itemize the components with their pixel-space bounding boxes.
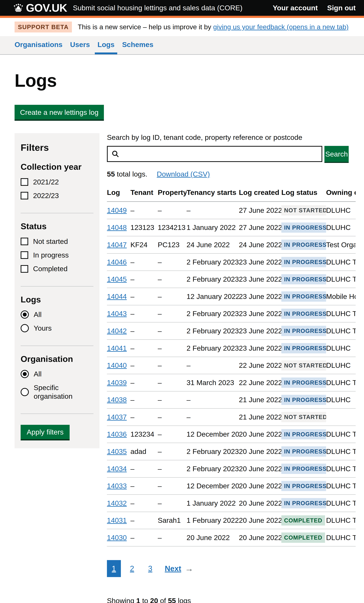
checkbox-box-completed[interactable] [21,265,28,273]
service-name[interactable]: Submit social housing lettings and sales… [73,4,242,12]
log-id-link[interactable]: 14049 [107,206,127,214]
column-header-log-status: Log status [281,185,326,202]
radio-specific-organisation[interactable]: Specific organisation [21,383,94,401]
search-input[interactable] [107,146,322,162]
log-id-link[interactable]: 14043 [107,310,127,318]
log-id-link[interactable]: 14039 [107,379,127,387]
pagination-page-2[interactable]: 2 [125,560,139,577]
log-id-link[interactable]: 14040 [107,361,127,369]
download-csv-link[interactable]: Download (CSV) [157,170,210,178]
radio-label: Specific organisation [34,383,94,401]
owning-organisation-cell: DLUHC [326,219,356,236]
property-cell: – [158,477,187,495]
tenant-cell: – [130,374,158,391]
nav-item-organisations[interactable]: Organisations [12,36,65,54]
log-created-cell: 23 June 2022 [239,340,281,357]
checkbox-label: Completed [33,265,68,273]
log-id-link[interactable]: 14032 [107,499,127,507]
log-created-cell: 20 June 2022 [239,529,281,546]
nav-item-schemes[interactable]: Schemes [119,36,156,54]
create-lettings-log-button[interactable]: Create a new lettings log [14,105,104,119]
tenant-cell: adad [130,443,158,460]
govuk-logo[interactable]: GOV.UK [13,1,67,14]
log-created-cell: 20 June 2022 [239,460,281,477]
log-id-link[interactable]: 14036 [107,430,127,438]
log-id-link[interactable]: 14035 [107,447,127,455]
property-cell: – [158,391,187,409]
checkbox-box-2022-23[interactable] [21,192,28,199]
property-cell: – [158,340,187,357]
checkbox-box-in-progress[interactable] [21,251,28,259]
log-id-link[interactable]: 14048 [107,223,127,232]
showing-to: 20 [150,597,158,603]
log-id-link[interactable]: 14033 [107,482,127,490]
apply-filters-button[interactable]: Apply filters [21,425,70,439]
nav-item-logs[interactable]: Logs [95,36,117,54]
log-status-cell: NOT STARTED [281,357,326,374]
radio-button-logs-all[interactable] [21,311,29,319]
checkbox-box-not-started[interactable] [21,238,28,245]
log-created-cell: 23 June 2022 [239,322,281,340]
next-arrow-icon: → [185,563,193,574]
log-created-cell: 20 June 2022 [239,426,281,443]
owning-organisation-cell: Test Organisation [326,236,356,254]
radio-label: All [34,310,42,319]
total-logs-suffix: total logs. [115,170,147,178]
checkbox-in-progress[interactable]: In progress [21,251,94,259]
tenant-cell: – [130,254,158,271]
log-id-link[interactable]: 14044 [107,292,127,301]
log-id-link[interactable]: 14046 [107,258,127,266]
radio-organisation-all[interactable]: All [21,370,94,378]
results-section: Search by log ID, tenant code, property … [107,133,356,603]
log-id-link[interactable]: 14037 [107,413,127,421]
checkbox-2021-22[interactable]: 2021/22 [21,178,94,186]
status-badge: IN PROGRESS [281,291,326,302]
log-id-link[interactable]: 14031 [107,516,127,524]
filters-panel: Filters Collection year 2021/22 2022/23 … [14,133,99,448]
checkbox-completed[interactable]: Completed [21,265,94,273]
status-badge: IN PROGRESS [281,343,326,353]
owning-organisation-cell: DLUHC Test [326,512,356,529]
showing-suffix: logs [176,597,191,603]
checkbox-not-started[interactable]: Not started [21,237,94,246]
checkbox-box-2021-22[interactable] [21,178,28,186]
tenant-cell: – [130,391,158,409]
checkbox-2022-23[interactable]: 2022/23 [21,191,94,200]
log-id-link[interactable]: 14038 [107,396,127,404]
table-row: 14039 – – 31 March 2023 22 June 2022 IN … [107,374,356,391]
checkbox-label: In progress [33,251,69,259]
search-icon [111,150,119,158]
your-account-link[interactable]: Your account [273,4,318,12]
table-row: 14042 – – 2 February 2023 23 June 2022 I… [107,322,356,340]
log-id-link[interactable]: 14030 [107,533,127,542]
tenant-cell: – [130,305,158,323]
status-badge: IN PROGRESS [281,257,326,267]
owning-organisation-cell: DLUHC Test [326,374,356,391]
radio-button-logs-yours[interactable] [21,324,29,332]
log-id-link[interactable]: 14047 [107,241,127,249]
log-id-link[interactable]: 14042 [107,327,127,335]
search-button[interactable]: Search [324,146,349,162]
pagination-page-1-current[interactable]: 1 [107,560,121,577]
pagination-next-link[interactable]: Next [165,564,181,573]
pagination-page-3[interactable]: 3 [143,560,157,577]
nav-item-users[interactable]: Users [67,36,93,54]
owning-organisation-cell [326,408,356,426]
log-id-link[interactable]: 14045 [107,275,127,283]
radio-button-specific-organisation[interactable] [21,388,29,396]
showing-prefix: Showing [107,597,136,603]
table-header-row: Log Tenant Property Tenancy starts Log c… [107,185,356,202]
feedback-link[interactable]: giving us your feedback (opens in a new … [213,23,349,31]
radio-button-organisation-all[interactable] [21,370,29,378]
tenant-cell: – [130,512,158,529]
page-title: Logs [14,70,356,92]
radio-logs-yours[interactable]: Yours [21,324,94,332]
radio-logs-all[interactable]: All [21,310,94,319]
log-id-link[interactable]: 14034 [107,465,127,473]
property-cell: – [158,305,187,323]
sign-out-link[interactable]: Sign out [327,4,356,12]
tenancy-starts-cell: 2 February 2023 [187,460,239,477]
status-badge: COMPLETED [281,533,325,543]
log-id-link[interactable]: 14041 [107,344,127,352]
log-created-cell: 21 June 2022 [239,391,281,409]
